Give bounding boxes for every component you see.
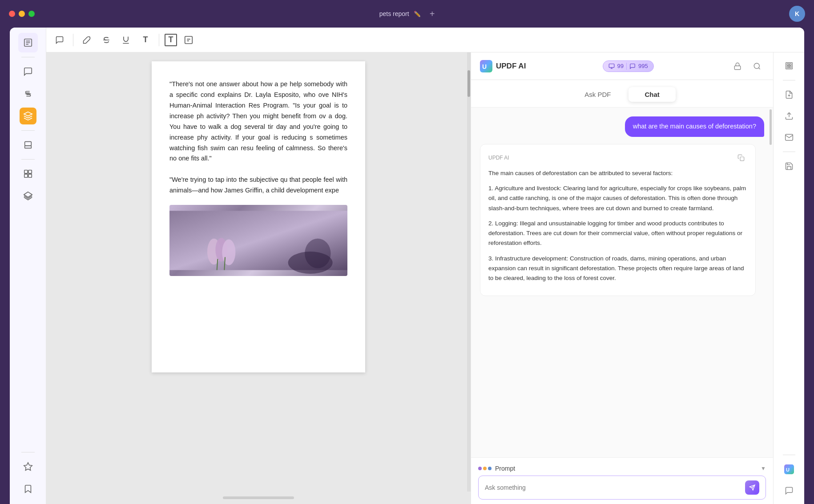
ai-panel: U UPDF AI 99 (471, 52, 773, 504)
svg-rect-7 (24, 170, 27, 173)
pdf-horizontal-scrollbar[interactable] (223, 496, 294, 499)
svg-rect-15 (185, 36, 193, 44)
close-button[interactable] (9, 11, 15, 17)
pdf-page: "There's not one answer about how a pe h… (152, 61, 365, 372)
prompt-label: Prompt (495, 465, 515, 472)
sidebar-item-bookmark-list[interactable] (18, 33, 38, 52)
credit-icon (608, 63, 615, 69)
sidebar-item-strikethrough[interactable] (18, 84, 38, 104)
left-sidebar (10, 28, 46, 504)
svg-rect-8 (28, 170, 31, 173)
sidebar-item-layers[interactable] (18, 186, 38, 206)
credit-divider (626, 63, 627, 70)
toolbar-bar: T T (46, 28, 804, 52)
rs-updf-icon[interactable]: U (780, 460, 798, 478)
rs-sep-3 (783, 455, 795, 455)
svg-rect-34 (740, 157, 744, 161)
sidebar-item-star[interactable] (18, 457, 38, 476)
response-point2: 2. Logging: Illegal and unsustainable lo… (488, 219, 747, 248)
ai-logo: U UPDF AI (480, 60, 526, 72)
minimize-button[interactable] (19, 11, 25, 17)
pdf-scroll-thumb[interactable] (467, 70, 470, 97)
svg-rect-5 (24, 142, 31, 146)
chat-scroll-thumb[interactable] (770, 109, 772, 145)
pdf-bottom-bar (46, 492, 471, 504)
updf-logo-icon: U (480, 60, 492, 72)
rs-chat-icon[interactable] (780, 482, 798, 500)
chat-scrollbar[interactable] (769, 108, 772, 457)
sidebar-sep-4 (21, 452, 35, 452)
ai-lock-icon[interactable] (730, 59, 745, 73)
add-tab-button[interactable]: + (430, 9, 435, 19)
rs-add-file-icon[interactable] (780, 86, 798, 104)
window-controls[interactable] (9, 11, 35, 17)
sidebar-item-bookmark[interactable] (18, 479, 38, 499)
main-panels: "There's not one answer about how a pe h… (46, 52, 804, 504)
app-container: T T "There's not one answer about how a … (10, 28, 804, 504)
rs-mail-icon[interactable] (780, 128, 798, 146)
ai-response-header: UPDF AI (488, 152, 747, 164)
tab-ask-pdf[interactable]: Ask PDF (568, 87, 627, 102)
prompt-dot-purple (478, 467, 482, 470)
ai-response-text: The main causes of deforestation can be … (488, 168, 747, 284)
rs-save-icon[interactable] (780, 157, 798, 175)
prompt-input[interactable] (485, 484, 745, 491)
svg-rect-39 (789, 64, 791, 65)
prompt-input-row (478, 476, 766, 500)
svg-rect-40 (787, 66, 789, 68)
ai-header: U UPDF AI 99 (471, 52, 773, 80)
prompt-bar: Prompt ▼ (471, 457, 773, 504)
send-button[interactable] (745, 480, 759, 495)
ai-tabs: Ask PDF Chat (471, 80, 773, 108)
ai-header-icons (730, 59, 764, 73)
user-avatar[interactable]: K (789, 6, 805, 22)
prompt-dot-blue (488, 467, 492, 470)
toolbar-text-box-icon[interactable] (181, 32, 197, 48)
sidebar-item-grid[interactable] (18, 164, 38, 184)
svg-rect-9 (24, 174, 27, 177)
response-point1: 1. Agriculture and livestock: Clearing l… (488, 184, 747, 213)
sidebar-item-highlight[interactable] (18, 106, 38, 126)
response-point3: 3. Infrastructure development: Construct… (488, 254, 747, 284)
svg-line-33 (758, 68, 760, 69)
credit-count: 99 (617, 63, 624, 69)
toolbar-strikethrough-icon[interactable] (98, 32, 114, 48)
sidebar-sep-3 (21, 159, 35, 160)
toolbar-text-outline-icon[interactable]: T (165, 34, 177, 46)
active-dot (20, 115, 22, 117)
edit-icon[interactable]: ✏️ (414, 11, 421, 17)
toolbar-text-T-icon[interactable]: T (137, 32, 153, 48)
svg-text:U: U (482, 63, 487, 70)
response-intro: The main causes of deforestation can be … (488, 168, 747, 178)
msg-count: 995 (638, 63, 648, 69)
svg-rect-41 (789, 66, 791, 68)
pdf-scrollbar[interactable] (467, 52, 471, 492)
rs-upload-icon[interactable] (780, 107, 798, 125)
svg-point-32 (754, 63, 759, 68)
copy-icon[interactable] (735, 152, 747, 164)
prompt-selector[interactable]: Prompt ▼ (478, 462, 766, 476)
maximize-button[interactable] (28, 11, 35, 17)
toolbar-underline-icon[interactable] (118, 32, 134, 48)
sidebar-item-comment[interactable] (18, 62, 38, 81)
chat-area[interactable]: what are the main causes of deforestatio… (471, 108, 773, 457)
toolbar-chat-icon[interactable] (52, 32, 68, 48)
right-sidebar: U (773, 52, 804, 504)
prompt-chevron-icon: ▼ (761, 465, 766, 472)
ai-response-author: UPDF AI (488, 155, 509, 161)
svg-rect-28 (609, 64, 614, 67)
window-title-area: pets report ✏️ + (379, 9, 435, 19)
tb-sep-1 (73, 34, 73, 46)
pdf-scroll-area[interactable]: "There's not one answer about how a pe h… (46, 52, 471, 492)
ai-search-icon[interactable] (750, 59, 764, 73)
ai-response: UPDF AI The main causes of deforestation… (480, 144, 756, 296)
sidebar-item-stamp[interactable] (18, 135, 38, 155)
tab-chat[interactable]: Chat (629, 87, 675, 102)
toolbar-brush-icon[interactable] (79, 32, 95, 48)
tb-sep-2 (159, 34, 159, 46)
document-title: pets report (379, 10, 409, 17)
svg-point-25 (305, 239, 330, 268)
prompt-dot-orange (483, 467, 487, 470)
svg-rect-10 (28, 174, 31, 177)
rs-ocr-icon[interactable] (780, 57, 798, 75)
